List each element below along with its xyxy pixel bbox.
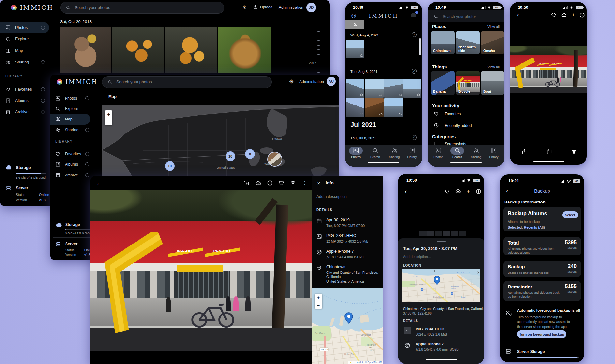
view-all-link[interactable]: View all <box>487 25 500 29</box>
administration-link[interactable]: Administration <box>299 79 324 84</box>
map-cluster-marker[interactable]: 10 <box>165 161 175 171</box>
back-chevron-icon[interactable]: ‹ <box>515 11 521 18</box>
zoom-in-button[interactable]: + <box>105 110 112 118</box>
close-icon[interactable]: × <box>316 180 322 186</box>
photo-thumbnail[interactable] <box>345 20 364 29</box>
map-cluster-marker[interactable]: 8 <box>245 149 255 159</box>
photo-thumbnail[interactable] <box>218 27 271 73</box>
upload-button[interactable]: Upload <box>253 5 272 9</box>
nav-tab-library[interactable]: Library <box>403 147 421 159</box>
more-options-kebab-icon[interactable]: ⋮ <box>301 179 308 187</box>
select-check-icon[interactable]: ✓ <box>412 32 417 37</box>
turn-on-backup-button[interactable]: Turn on foreground backup <box>517 330 566 338</box>
view-all-link[interactable]: View all <box>487 65 500 69</box>
photo-thumbnail[interactable] <box>384 98 403 117</box>
sidebar-item-photos[interactable]: Photos <box>0 22 49 33</box>
place-card[interactable]: Near north side <box>456 31 480 54</box>
plus-icon[interactable]: + <box>570 11 576 18</box>
photo-thumbnail[interactable] <box>346 98 364 117</box>
activity-recently-added[interactable]: Recently added <box>445 123 472 128</box>
sidebar-item-photos[interactable]: Photos <box>50 93 93 104</box>
photo-thumbnail[interactable] <box>346 40 364 58</box>
select-button[interactable]: Select <box>562 211 578 218</box>
photo-thumbnail[interactable] <box>384 79 403 98</box>
favorite-heart-icon[interactable] <box>444 189 450 194</box>
search-input[interactable]: Search your photos <box>102 76 272 88</box>
select-check-icon[interactable]: ✓ <box>412 69 417 74</box>
thing-card[interactable]: Bicycle <box>456 71 480 95</box>
sidebar-item-favorites[interactable]: Favorites <box>50 148 93 160</box>
map-attribution[interactable]: Leaflet | © OpenStreetM <box>356 361 382 364</box>
place-card[interactable]: Chinatown <box>431 31 455 54</box>
sidebar-item-favorites[interactable]: Favorites <box>0 84 49 95</box>
backup-cloud-icon[interactable] <box>410 12 417 18</box>
info-icon[interactable] <box>476 189 481 194</box>
photo-thumbnail[interactable] <box>403 79 421 98</box>
upload-cloud-icon[interactable] <box>561 12 567 18</box>
filmstrip[interactable] <box>419 231 466 236</box>
favorite-heart-icon[interactable] <box>551 12 557 18</box>
nav-tab-search[interactable]: Search <box>448 147 467 159</box>
nav-tab-sharing[interactable]: Sharing <box>385 147 404 159</box>
photo-in-n-out[interactable]: IN-N-OUTIN-N-OUT <box>510 46 587 93</box>
info-icon[interactable] <box>579 12 585 18</box>
sidebar-item-albums[interactable]: Albums <box>50 159 93 170</box>
photo-thumbnail[interactable] <box>165 27 217 73</box>
photo-thumbnail[interactable] <box>112 27 164 73</box>
immich-logo[interactable]: IMMICH <box>11 4 53 11</box>
sidebar-item-sharing[interactable]: Sharing <box>0 57 49 68</box>
nav-tab-sharing[interactable]: Sharing <box>467 147 486 159</box>
scrollbar-thumb[interactable] <box>419 38 421 55</box>
trash-icon[interactable] <box>290 180 296 186</box>
nav-tab-library[interactable]: Library <box>484 147 503 159</box>
zoom-out-button[interactable]: − <box>315 301 322 309</box>
activity-favorites[interactable]: Favorites <box>445 112 461 116</box>
user-avatar[interactable]: AU <box>327 77 336 86</box>
trash-icon[interactable] <box>571 148 577 155</box>
sidebar-item-albums[interactable]: Albums <box>0 95 49 106</box>
sidebar-item-explore[interactable]: Explore <box>0 34 49 45</box>
favorite-heart-icon[interactable] <box>278 180 285 186</box>
photo-in-n-out[interactable]: IN-N-OUT IN-N-OUT <box>90 190 312 351</box>
location-minimap[interactable]: The Embarcadero Jefferson Street Jeffers… <box>402 269 480 302</box>
location-minimap[interactable]: Fort Mason Bay Street Union Street Teleg… <box>312 288 383 364</box>
photo-thumbnail[interactable] <box>365 79 384 98</box>
nav-tab-photos[interactable]: Photos <box>346 147 365 159</box>
back-chevron-icon[interactable]: ‹ <box>403 188 409 195</box>
archive-icon[interactable] <box>243 180 250 186</box>
sidebar-item-archive[interactable]: Archive <box>50 170 93 181</box>
nav-tab-search[interactable]: Search <box>366 147 385 159</box>
map-cluster-marker[interactable]: 10 <box>226 151 235 161</box>
theme-toggle-sun-icon[interactable]: ☀ <box>288 78 295 85</box>
sidebar-item-explore[interactable]: Explore <box>50 103 93 114</box>
immich-logo[interactable]: IMMICH <box>57 78 98 85</box>
download-cloud-icon[interactable] <box>255 180 261 186</box>
map-zoom-control[interactable]: +− <box>315 294 322 309</box>
upload-cloud-icon[interactable] <box>455 189 461 194</box>
zoom-in-button[interactable]: + <box>315 294 322 301</box>
theme-toggle-sun-icon[interactable]: ☀ <box>241 4 248 11</box>
place-card[interactable]: Omaha <box>481 31 504 54</box>
sidebar-item-map[interactable]: Map <box>0 45 49 56</box>
user-avatar[interactable]: JD <box>306 3 316 12</box>
select-check-icon[interactable]: ✓ <box>412 135 417 140</box>
share-icon[interactable] <box>521 148 528 155</box>
sidebar-item-sharing[interactable]: Sharing <box>50 124 93 135</box>
sidebar-item-archive[interactable]: Archive <box>0 106 49 118</box>
thing-card[interactable]: Banana <box>431 71 455 95</box>
map-zoom-control[interactable]: +− <box>105 110 112 125</box>
map-photo-cluster-marker[interactable] <box>267 152 282 167</box>
drag-handle[interactable] <box>437 241 446 242</box>
sidebar-item-map[interactable]: Map <box>50 114 90 125</box>
search-input[interactable]: Search your photos <box>60 2 224 14</box>
back-arrow-icon[interactable]: ← <box>95 179 103 187</box>
description-input[interactable]: Add a description <box>316 194 347 199</box>
photo-thumbnail[interactable] <box>365 98 384 117</box>
thing-card[interactable]: Boat <box>481 71 504 95</box>
photo-thumbnail[interactable] <box>60 27 111 73</box>
nav-tab-photos[interactable]: Photos <box>429 147 448 159</box>
info-icon[interactable] <box>267 180 273 186</box>
archive-icon[interactable] <box>546 148 552 155</box>
administration-link[interactable]: Administration <box>279 5 303 10</box>
zoom-out-button[interactable]: − <box>105 118 112 125</box>
